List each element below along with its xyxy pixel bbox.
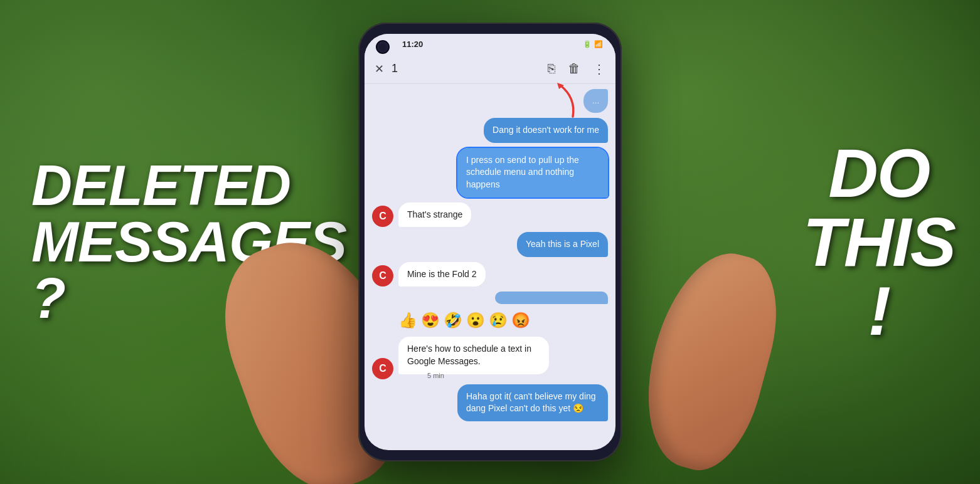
status-bar: 11:20 🔋 📶: [365, 34, 615, 54]
selection-count: 1: [391, 62, 540, 75]
emoji-heart-eyes: 😍: [421, 312, 440, 329]
emoji-laughing: 🤣: [444, 312, 462, 329]
bubble-9[interactable]: Haha got it( can't believe my ding dang …: [457, 384, 608, 421]
message-row-2: I press on send to pull up the schedule …: [372, 148, 608, 197]
bubble-4[interactable]: Yeah this is a Pixel: [517, 232, 608, 257]
emoji-reaction-row: 👍 😍 🤣 😮 😢 😡: [372, 309, 608, 332]
battery-icon: 🔋: [583, 40, 592, 48]
partial-bubble-top: ...: [583, 89, 608, 113]
more-options-icon[interactable]: ⋮: [593, 61, 605, 76]
phone-container: 11:20 🔋 📶 ✕ 1 ⎘ 🗑 ⋮: [358, 23, 622, 461]
message-row-4: Yeah this is a Pixel: [372, 232, 608, 257]
bubble-3[interactable]: That's strange: [398, 203, 471, 228]
avatar-c-3: C: [372, 358, 393, 379]
avatar-c-2: C: [372, 265, 393, 287]
right-overlay-text: DO THIS !: [802, 139, 955, 345]
right-line1: DO: [802, 139, 955, 208]
message-row-3: C That's strange: [372, 203, 608, 228]
status-time: 11:20: [402, 39, 423, 49]
right-line2: THIS: [802, 208, 955, 276]
emoji-angry: 😡: [511, 312, 530, 329]
emoji-thumbs-up: 👍: [398, 312, 417, 329]
delete-icon[interactable]: 🗑: [568, 61, 580, 76]
partial-bubble: [495, 292, 608, 304]
left-line1: DELETED: [31, 157, 346, 214]
message-row-8: C Here's how to schedule a text in Googl…: [372, 337, 608, 379]
status-icons: 🔋 📶: [583, 40, 603, 48]
messages-area: ... Dang it doesn't work for me I press …: [365, 84, 615, 426]
bubble-8[interactable]: Here's how to schedule a text in Google …: [398, 337, 549, 374]
copy-icon[interactable]: ⎘: [548, 61, 555, 76]
message-row-5: C Mine is the Fold 2: [372, 262, 608, 287]
message-row-9: Haha got it( can't believe my ding dang …: [372, 384, 608, 421]
bubble-5[interactable]: Mine is the Fold 2: [398, 262, 486, 287]
close-button[interactable]: ✕: [375, 62, 384, 76]
signal-icon: 📶: [594, 40, 603, 48]
phone-screen: 11:20 🔋 📶 ✕ 1 ⎘ 🗑 ⋮: [365, 34, 615, 450]
arrow-annotation: [541, 79, 585, 125]
emoji-sad: 😢: [489, 312, 508, 329]
camera-hole: [376, 40, 390, 54]
right-line3: !: [802, 276, 955, 345]
schedule-note: 5 min: [398, 372, 549, 379]
phone-device: 11:20 🔋 📶 ✕ 1 ⎘ 🗑 ⋮: [358, 23, 622, 461]
emoji-wow: 😮: [466, 312, 485, 329]
bubble-2[interactable]: I press on send to pull up the schedule …: [457, 148, 608, 197]
arrow-svg: [541, 79, 585, 123]
message-row-partial: [372, 292, 608, 304]
action-bar-icons: ⎘ 🗑 ⋮: [548, 61, 605, 76]
avatar-c-1: C: [372, 206, 393, 227]
